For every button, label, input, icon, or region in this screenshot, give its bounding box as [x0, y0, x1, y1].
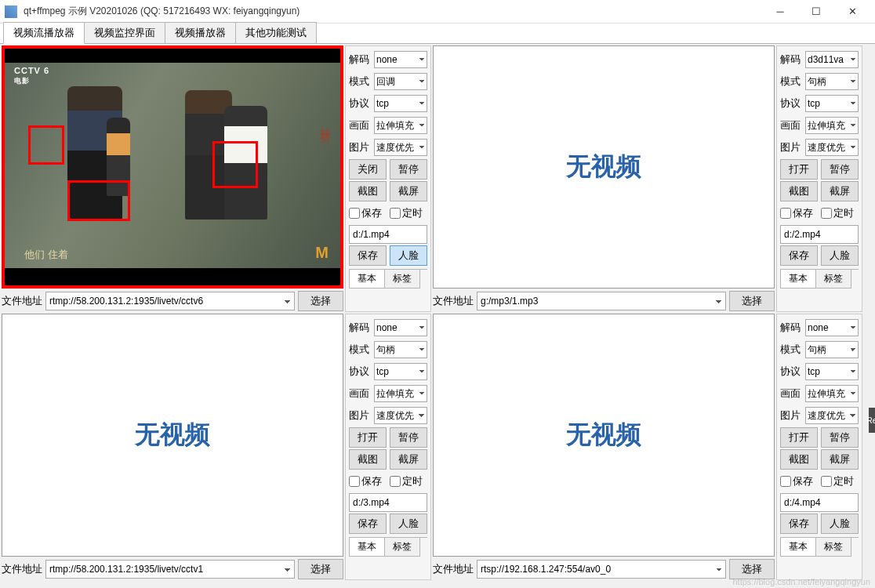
scale-select-3[interactable]: 拉伸填充 [374, 385, 427, 402]
subtab-basic-4[interactable]: 基本 [780, 538, 816, 557]
video-right-label: 扶 贫 [318, 119, 332, 122]
tab-monitor-ui[interactable]: 视频监控界面 [84, 22, 165, 43]
file-input-1[interactable] [349, 225, 427, 244]
record-button-2[interactable]: 截屏 [821, 181, 859, 201]
scale-select-1[interactable]: 拉伸填充 [374, 117, 427, 134]
face-button-2[interactable]: 人脸 [821, 245, 859, 266]
decode-select-3[interactable]: none [374, 319, 427, 336]
mode-label: 模式 [349, 74, 371, 89]
record-button-4[interactable]: 截屏 [821, 449, 859, 470]
video-display-3[interactable]: 无视频 [2, 314, 343, 557]
image-select-1[interactable]: 速度优先 [374, 139, 427, 156]
proto-label: 协议 [349, 96, 371, 111]
video-display-4[interactable]: 无视频 [433, 314, 775, 557]
decode-select-4[interactable]: none [805, 319, 859, 336]
mode-select-2[interactable]: 句柄 [805, 73, 859, 90]
addr-label: 文件地址 [433, 294, 474, 308]
subtab-basic-2[interactable]: 基本 [780, 270, 816, 289]
close-button[interactable]: ✕ [834, 0, 870, 24]
image-select-4[interactable]: 速度优先 [805, 407, 859, 424]
open-button-2[interactable]: 打开 [780, 159, 818, 180]
record-button-3[interactable]: 截屏 [390, 449, 427, 470]
proto-select-3[interactable]: tcp [374, 363, 427, 380]
scale-select-2[interactable]: 拉伸填充 [805, 117, 859, 134]
snap-button-3[interactable]: 截图 [349, 449, 387, 470]
subtab-basic-3[interactable]: 基本 [349, 538, 385, 557]
video-display-1[interactable]: CCTV 6电影 他们 住着 扶 贫 M [2, 45, 343, 289]
tab-stream-player[interactable]: 视频流播放器 [3, 22, 85, 44]
tab-other-tests[interactable]: 其他功能测试 [235, 22, 317, 43]
save-button-1[interactable]: 保存 [349, 245, 387, 266]
timer-check-1[interactable]: 定时 [390, 206, 427, 220]
file-input-2[interactable] [780, 225, 859, 244]
video-panel-4: 无视频 文件地址 rtsp://192.168.1.247:554/av0_0 … [433, 314, 862, 580]
addr-input-4[interactable]: rtsp://192.168.1.247:554/av0_0 [477, 560, 726, 579]
addr-input-2[interactable]: g:/mp3/1.mp3 [477, 292, 726, 310]
snap-button-2[interactable]: 截图 [780, 181, 818, 201]
video-panel-1: CCTV 6电影 他们 住着 扶 贫 M 文件地址 rtmp://58.200.… [2, 45, 431, 312]
addr-label: 文件地址 [433, 562, 474, 576]
select-button-3[interactable]: 选择 [298, 559, 343, 579]
pause-button-3[interactable]: 暂停 [390, 427, 427, 448]
video-subtitle: 他们 住着 [24, 248, 68, 262]
image-select-3[interactable]: 速度优先 [374, 407, 427, 424]
save-button-3[interactable]: 保存 [349, 514, 387, 534]
subtab-label-4[interactable]: 标签 [815, 538, 851, 557]
addr-input-3[interactable]: rtmp://58.200.131.2:1935/livetv/cctv1 [45, 560, 295, 579]
save-check-4[interactable]: 保存 [780, 474, 818, 488]
save-button-2[interactable]: 保存 [780, 245, 818, 266]
snap-button-4[interactable]: 截图 [780, 449, 818, 470]
video-panel-3: 无视频 文件地址 rtmp://58.200.131.2:1935/livetv… [2, 314, 431, 580]
addr-label: 文件地址 [2, 294, 42, 308]
scale-select-4[interactable]: 拉伸填充 [805, 385, 859, 402]
record-button-1[interactable]: 截屏 [390, 181, 427, 201]
proto-select-2[interactable]: tcp [805, 95, 859, 112]
file-input-4[interactable] [780, 493, 859, 512]
save-button-4[interactable]: 保存 [780, 514, 818, 534]
timer-check-3[interactable]: 定时 [390, 474, 427, 488]
minimize-button[interactable]: ─ [762, 0, 798, 24]
image-label: 图片 [349, 140, 371, 154]
scale-label: 画面 [349, 118, 371, 132]
open-button-3[interactable]: 打开 [349, 427, 387, 448]
timer-check-2[interactable]: 定时 [821, 206, 859, 220]
decode-select-1[interactable]: none [374, 51, 427, 68]
subtab-label-1[interactable]: 标签 [384, 270, 420, 289]
save-check-3[interactable]: 保存 [349, 474, 387, 488]
subtab-label-2[interactable]: 标签 [815, 270, 851, 289]
pause-button-1[interactable]: 暂停 [390, 159, 427, 180]
timer-check-4[interactable]: 定时 [821, 474, 859, 488]
control-panel-3: 解码none 模式句柄 协议tcp 画面拉伸填充 图片速度优先 打开暂停 截图截… [345, 314, 431, 580]
mode-select-1[interactable]: 回调 [374, 73, 427, 90]
maximize-button[interactable]: ☐ [798, 0, 834, 24]
addr-input-1[interactable]: rtmp://58.200.131.2:1935/livetv/cctv6 [45, 292, 295, 310]
tab-video-player[interactable]: 视频播放器 [165, 22, 236, 43]
face-button-3[interactable]: 人脸 [390, 514, 427, 534]
save-check-1[interactable]: 保存 [349, 206, 387, 220]
corner-logo: M [315, 244, 329, 262]
decode-select-2[interactable]: d3d11va [805, 51, 859, 68]
file-input-3[interactable] [349, 493, 427, 512]
subtab-label-3[interactable]: 标签 [384, 538, 420, 557]
mode-select-3[interactable]: 句柄 [374, 341, 427, 358]
open-button-4[interactable]: 打开 [780, 427, 818, 448]
mode-select-4[interactable]: 句柄 [805, 341, 859, 358]
pause-button-2[interactable]: 暂停 [821, 159, 859, 180]
image-select-2[interactable]: 速度优先 [805, 139, 859, 156]
face-button-4[interactable]: 人脸 [821, 514, 859, 534]
window-titlebar: qt+ffmpeg 示例 V20201026 (QQ: 517216493 WX… [0, 0, 875, 24]
proto-select-1[interactable]: tcp [374, 95, 427, 112]
right-tab[interactable]: Re [869, 408, 875, 433]
face-button-1[interactable]: 人脸 [390, 245, 427, 266]
video-display-2[interactable]: 无视频 [433, 45, 775, 289]
select-button-2[interactable]: 选择 [729, 291, 775, 311]
proto-select-4[interactable]: tcp [805, 363, 859, 380]
pause-button-4[interactable]: 暂停 [821, 427, 859, 448]
close-button-1[interactable]: 关闭 [349, 159, 387, 180]
snap-button-1[interactable]: 截图 [349, 181, 387, 201]
control-panel-1: 解码none 模式回调 协议tcp 画面拉伸填充 图片速度优先 关闭暂停 截图截… [345, 45, 431, 312]
save-check-2[interactable]: 保存 [780, 206, 818, 220]
channel-logo: CCTV 6电影 [14, 66, 49, 86]
select-button-1[interactable]: 选择 [298, 291, 343, 311]
subtab-basic-1[interactable]: 基本 [349, 270, 385, 289]
